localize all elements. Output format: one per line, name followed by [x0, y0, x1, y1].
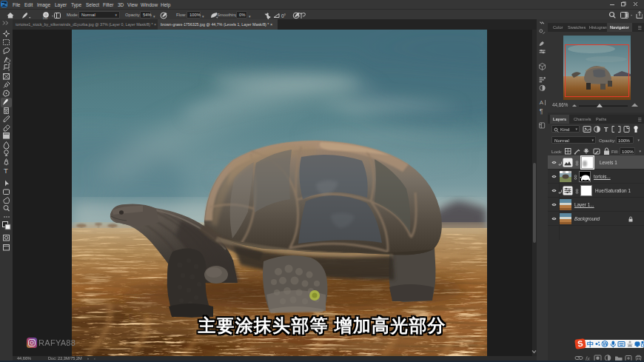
- svg-text:A: A: [540, 99, 544, 106]
- svg-text:W: W: [603, 341, 608, 346]
- svg-text:¶: ¶: [540, 107, 543, 115]
- svg-text:中: 中: [587, 341, 594, 348]
- svg-text:T: T: [604, 126, 608, 133]
- svg-text:0°: 0°: [281, 13, 286, 19]
- svg-text:T: T: [4, 167, 8, 175]
